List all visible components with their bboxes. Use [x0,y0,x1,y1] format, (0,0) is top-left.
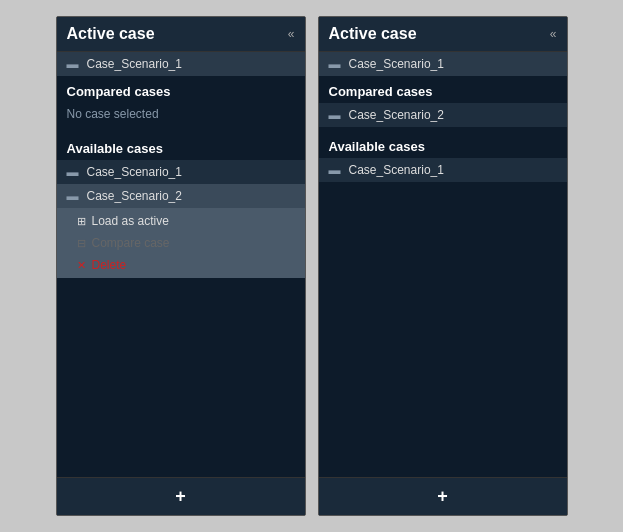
panel-right-footer[interactable]: + [319,477,567,515]
available-case-1-label: Case_Scenario_1 [87,165,182,179]
panel-left-active-section: ▬ Case_Scenario_1 [57,52,305,76]
panel-left: Active case « ▬ Case_Scenario_1 Compared… [56,16,306,516]
panel-right: Active case « ▬ Case_Scenario_1 Compared… [318,16,568,516]
panel-right-add-icon[interactable]: + [437,486,448,507]
panel-left-no-case: No case selected [57,103,305,129]
panel-right-available-case-1-icon: ▬ [329,163,341,177]
panel-right-collapse-icon[interactable]: « [550,27,557,41]
panel-left-footer[interactable]: + [57,477,305,515]
panel-left-available-title: Available cases [57,129,305,160]
compared-case-1-label: Case_Scenario_2 [349,108,444,122]
active-case-label: Case_Scenario_1 [87,57,182,71]
delete-item[interactable]: ✕ Delete [57,254,305,276]
available-case-2-label: Case_Scenario_2 [87,189,182,203]
panel-right-compared-case-1[interactable]: ▬ Case_Scenario_2 [319,103,567,127]
context-menu: ⊞ Load as active ⊟ Compare case ✕ Delete [57,208,305,278]
panel-right-active-case[interactable]: ▬ Case_Scenario_1 [319,52,567,76]
panel-left-available-case-1[interactable]: ▬ Case_Scenario_1 [57,160,305,184]
panel-left-available-case-2[interactable]: ▬ Case_Scenario_2 [57,184,305,208]
panel-right-available-case-1[interactable]: ▬ Case_Scenario_1 [319,158,567,182]
panel-left-header: Active case « [57,17,305,52]
panel-left-spacer [57,278,305,477]
panel-right-available-title: Available cases [319,127,567,158]
available-case-1-icon: ▬ [67,165,79,179]
compared-case-1-icon: ▬ [329,108,341,122]
panel-left-add-icon[interactable]: + [175,486,186,507]
available-case-2-icon: ▬ [67,189,79,203]
load-as-active-label: Load as active [92,214,169,228]
panel-right-active-case-icon: ▬ [329,57,341,71]
panel-left-collapse-icon[interactable]: « [288,27,295,41]
compare-icon: ⊟ [77,237,86,250]
panel-right-available-section: Available cases ▬ Case_Scenario_1 [319,127,567,182]
delete-icon: ✕ [77,259,86,272]
panels-container: Active case « ▬ Case_Scenario_1 Compared… [46,6,578,526]
panel-left-title: Active case [67,25,155,43]
panel-right-active-case-label: Case_Scenario_1 [349,57,444,71]
active-case-icon: ▬ [67,57,79,71]
panel-right-active-section: ▬ Case_Scenario_1 [319,52,567,76]
compare-case-label: Compare case [92,236,170,250]
panel-right-compared-section: Compared cases ▬ Case_Scenario_2 [319,76,567,127]
load-icon: ⊞ [77,215,86,228]
panel-right-header: Active case « [319,17,567,52]
load-as-active-item[interactable]: ⊞ Load as active [57,210,305,232]
panel-right-compared-title: Compared cases [319,76,567,103]
panel-right-spacer [319,182,567,477]
panel-left-compared-section: Compared cases No case selected [57,76,305,129]
panel-right-title: Active case [329,25,417,43]
panel-left-active-case[interactable]: ▬ Case_Scenario_1 [57,52,305,76]
panel-right-available-case-1-label: Case_Scenario_1 [349,163,444,177]
compare-case-item: ⊟ Compare case [57,232,305,254]
panel-left-available-section: Available cases ▬ Case_Scenario_1 ▬ Case… [57,129,305,278]
delete-label: Delete [92,258,127,272]
panel-left-compared-title: Compared cases [57,76,305,103]
